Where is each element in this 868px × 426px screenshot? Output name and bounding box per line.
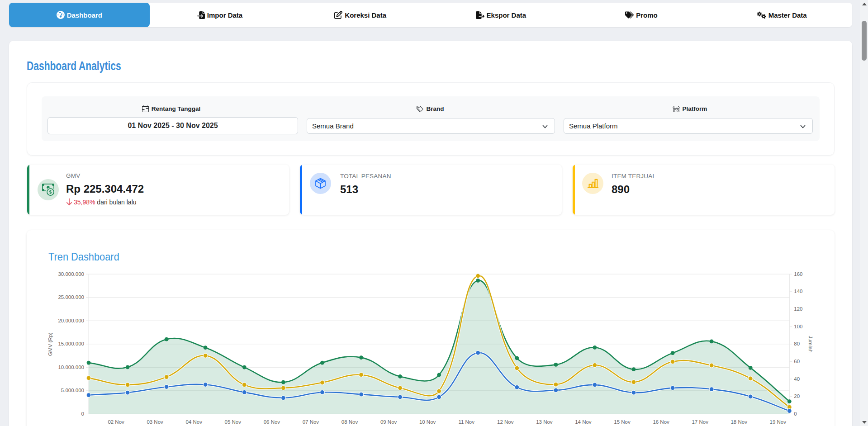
svg-text:11 Nov: 11 Nov <box>458 419 474 425</box>
svg-text:20: 20 <box>794 393 800 399</box>
svg-text:13 Nov: 13 Nov <box>536 419 553 425</box>
svg-text:GMV (Rp): GMV (Rp) <box>47 332 53 356</box>
svg-text:14 Nov: 14 Nov <box>575 419 592 425</box>
svg-text:5.000.000: 5.000.000 <box>61 388 84 393</box>
svg-text:10 Nov: 10 Nov <box>419 419 436 425</box>
svg-text:19 Nov: 19 Nov <box>770 419 787 425</box>
svg-text:18 Nov: 18 Nov <box>730 419 747 425</box>
svg-text:15 Nov: 15 Nov <box>614 419 631 425</box>
svg-text:07 Nov: 07 Nov <box>303 419 319 425</box>
svg-text:09 Nov: 09 Nov <box>380 419 397 425</box>
svg-text:80: 80 <box>794 341 800 346</box>
svg-text:02 Nov: 02 Nov <box>108 419 124 425</box>
svg-text:160: 160 <box>794 271 802 277</box>
svg-text:15.000.000: 15.000.000 <box>58 341 84 346</box>
svg-text:10.000.000: 10.000.000 <box>58 364 84 370</box>
svg-text:12 Nov: 12 Nov <box>497 419 514 425</box>
svg-text:140: 140 <box>794 289 802 294</box>
svg-text:120: 120 <box>794 306 802 312</box>
svg-text:30.000.000: 30.000.000 <box>58 271 84 277</box>
svg-text:100: 100 <box>794 324 802 329</box>
svg-text:25.000.000: 25.000.000 <box>58 294 84 300</box>
svg-text:20.000.000: 20.000.000 <box>58 318 84 323</box>
svg-text:40: 40 <box>794 376 800 382</box>
svg-text:06 Nov: 06 Nov <box>264 419 280 425</box>
svg-text:16 Nov: 16 Nov <box>653 419 669 425</box>
svg-text:05 Nov: 05 Nov <box>225 419 242 425</box>
svg-text:17 Nov: 17 Nov <box>692 419 708 425</box>
svg-text:04 Nov: 04 Nov <box>185 419 202 425</box>
svg-text:03 Nov: 03 Nov <box>147 419 163 425</box>
svg-text:0: 0 <box>794 411 797 417</box>
svg-text:60: 60 <box>794 359 800 364</box>
svg-text:0: 0 <box>81 411 84 417</box>
svg-text:08 Nov: 08 Nov <box>342 419 358 425</box>
svg-text:Jumlah: Jumlah <box>808 336 813 352</box>
